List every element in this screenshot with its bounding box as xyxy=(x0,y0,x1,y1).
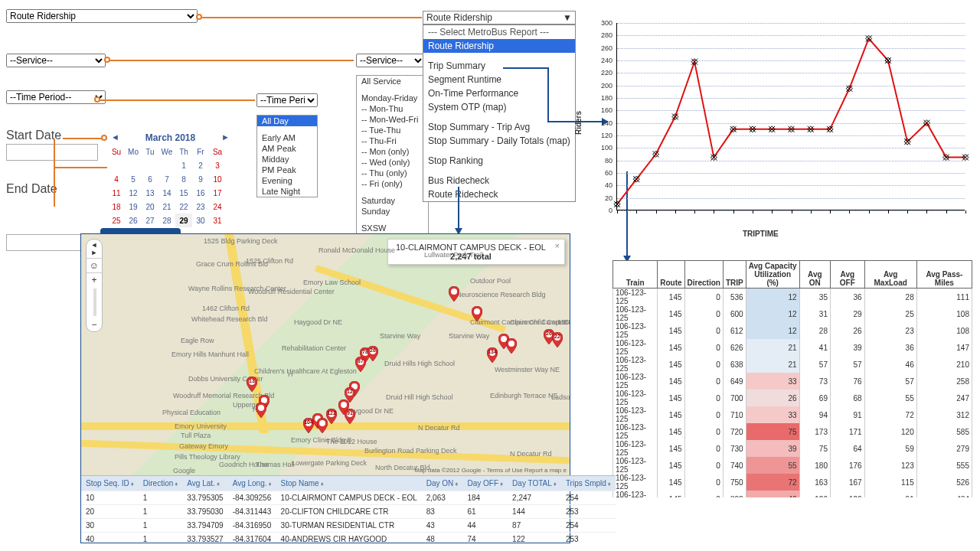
report-select-expanded[interactable]: Route Ridership▼ xyxy=(423,11,576,12)
report-select-top[interactable]: Route Ridership xyxy=(6,9,198,12)
